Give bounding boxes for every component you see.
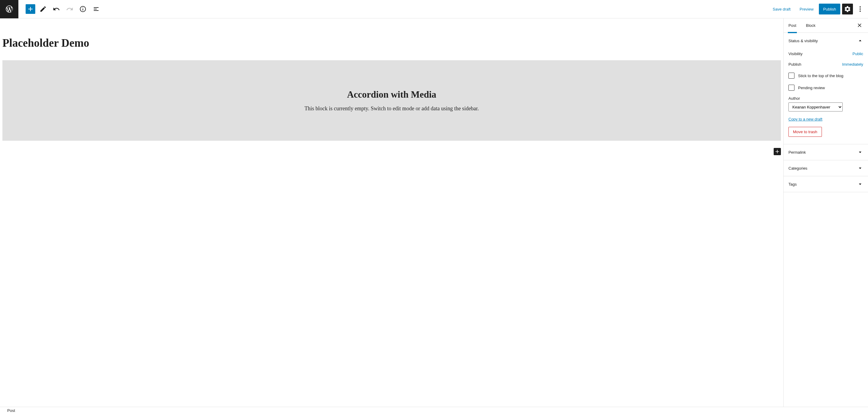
chevron-down-icon: [857, 165, 863, 171]
panel-categories-header[interactable]: Categories: [784, 160, 868, 176]
svg-point-1: [860, 8, 861, 10]
save-draft-button[interactable]: Save draft: [769, 4, 794, 14]
post-title[interactable]: Placeholder Demo: [2, 36, 781, 50]
visibility-row: Visibility Public: [788, 49, 863, 59]
gear-icon: [844, 5, 851, 13]
publish-row: Publish Immediately: [788, 59, 863, 70]
redo-button[interactable]: [64, 4, 75, 14]
breadcrumb[interactable]: Post: [7, 408, 15, 413]
sidebar-tabs: Post Block: [784, 19, 868, 33]
kebab-icon: [857, 5, 864, 13]
plus-icon: [27, 5, 34, 13]
more-options-button[interactable]: [855, 4, 866, 14]
publish-button[interactable]: Publish: [819, 4, 840, 14]
outline-button[interactable]: [91, 4, 101, 14]
pending-review-row: Pending review: [788, 82, 863, 94]
stick-to-top-row: Stick to the top of the blog: [788, 70, 863, 82]
panel-title: Categories: [788, 166, 807, 170]
block-placeholder-description: This block is currently empty. Switch to…: [8, 105, 775, 112]
stick-to-top-checkbox[interactable]: [788, 73, 795, 78]
settings-button[interactable]: [842, 4, 853, 14]
chevron-down-icon: [857, 149, 863, 155]
pencil-icon: [39, 5, 47, 13]
block-appender-button[interactable]: [774, 148, 781, 155]
undo-icon: [53, 5, 60, 13]
info-icon: [79, 5, 87, 13]
move-to-trash-button[interactable]: Move to trash: [788, 127, 822, 137]
panel-title: Permalink: [788, 150, 806, 155]
settings-sidebar: Post Block Status & visibility Visibilit…: [784, 19, 868, 407]
panel-title: Tags: [788, 182, 797, 187]
wordpress-logo[interactable]: [0, 0, 19, 19]
author-label: Author: [788, 96, 863, 101]
panel-permalink-header[interactable]: Permalink: [784, 144, 868, 160]
editor-body: Placeholder Demo Accordion with Media Th…: [0, 19, 868, 407]
preview-button[interactable]: Preview: [796, 4, 817, 14]
editor-topbar: Save draft Preview Publish: [0, 0, 868, 19]
copy-to-new-draft-link[interactable]: Copy to a new draft: [788, 117, 823, 121]
panel-title: Status & visibility: [788, 38, 818, 43]
visibility-label: Visibility: [788, 52, 803, 56]
visibility-value[interactable]: Public: [852, 52, 863, 56]
tab-post[interactable]: Post: [788, 19, 801, 33]
stick-to-top-label: Stick to the top of the blog: [798, 73, 843, 78]
publish-value[interactable]: Immediately: [842, 62, 863, 67]
accordion-media-placeholder-block[interactable]: Accordion with Media This block is curre…: [2, 60, 781, 141]
publish-label: Publish: [788, 62, 801, 67]
panel-status-visibility-header[interactable]: Status & visibility: [784, 33, 868, 49]
toolbar-right: Save draft Preview Publish: [769, 4, 868, 14]
wordpress-icon: [5, 5, 13, 13]
close-icon: [857, 22, 862, 28]
author-select[interactable]: Keanan Koppenhaver: [788, 102, 843, 112]
pending-review-label: Pending review: [798, 86, 825, 90]
chevron-down-icon: [857, 181, 863, 187]
outline-icon: [93, 5, 100, 13]
svg-point-2: [860, 10, 861, 12]
panel-tags-header[interactable]: Tags: [784, 176, 868, 192]
close-sidebar-button[interactable]: [856, 22, 863, 29]
panel-tags: Tags: [784, 176, 868, 192]
chevron-up-icon: [857, 38, 863, 44]
editor-footer: Post: [0, 407, 868, 414]
tab-block[interactable]: Block: [806, 19, 820, 33]
info-button[interactable]: [78, 4, 88, 14]
panel-permalink: Permalink: [784, 144, 868, 160]
pending-review-checkbox[interactable]: [788, 85, 795, 91]
panel-status-visibility: Status & visibility Visibility Public Pu…: [784, 33, 868, 144]
redo-icon: [66, 5, 73, 13]
panel-categories: Categories: [784, 160, 868, 176]
undo-button[interactable]: [51, 4, 62, 14]
edit-mode-button[interactable]: [38, 4, 49, 14]
editor-canvas-area[interactable]: Placeholder Demo Accordion with Media Th…: [0, 19, 784, 407]
toolbar-left: [19, 4, 101, 14]
svg-point-0: [860, 6, 861, 7]
panel-status-visibility-body: Visibility Public Publish Immediately St…: [784, 49, 868, 144]
block-placeholder-title: Accordion with Media: [8, 89, 775, 100]
add-block-button[interactable]: [26, 4, 35, 14]
plus-icon: [774, 149, 780, 155]
